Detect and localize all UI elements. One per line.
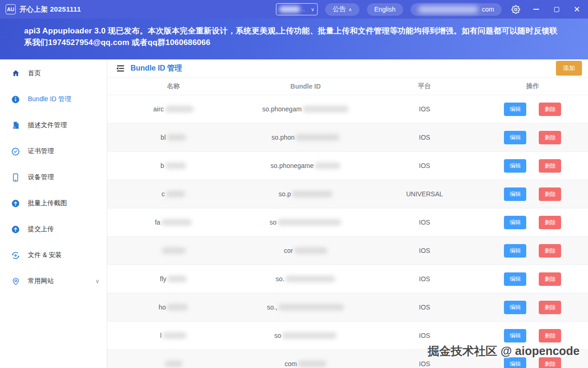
delete-button[interactable]: 删除 — [539, 244, 561, 258]
edit-button[interactable]: 编辑 — [504, 301, 526, 314]
edit-button[interactable]: 编辑 — [504, 244, 526, 258]
row-name-prefix: bl — [161, 134, 166, 141]
cell-actions: 编辑 删除 — [477, 244, 588, 258]
settings-button[interactable] — [509, 3, 522, 16]
account-select[interactable]: .. ∨ — [276, 3, 318, 15]
column-header-bundle-id: Bundle ID — [240, 83, 372, 90]
row-platform: IOS — [419, 275, 430, 283]
sidebar-item-home[interactable]: 首页 — [0, 60, 107, 86]
row-platform: IOS — [419, 134, 430, 141]
minimize-icon — [533, 9, 539, 10]
window-maximize-button[interactable] — [550, 3, 563, 16]
menu-fold-icon[interactable] — [116, 65, 125, 72]
row-platform: IOS — [419, 360, 430, 368]
sidebar-item-certificates[interactable]: 证书管理 — [0, 138, 107, 164]
row-name-redacted — [167, 276, 187, 282]
sidebar-item-profiles[interactable]: 描述文件管理 — [0, 112, 107, 138]
sidebar-item-submit-upload[interactable]: 提交上传 — [0, 216, 107, 242]
announcement-banner: api3 Appuploader 3.0 现已发布。本次版本完全重新设计，系统更… — [0, 19, 588, 59]
edit-button[interactable]: 编辑 — [504, 329, 526, 342]
select-hint: .. — [302, 7, 305, 12]
edit-button[interactable]: 编辑 — [504, 187, 526, 201]
announcement-label: 公告 — [333, 5, 346, 13]
certificate-icon — [11, 147, 20, 156]
cell-bundle-id: so. — [240, 275, 372, 283]
edit-button[interactable]: 编辑 — [504, 357, 526, 368]
row-bundle-prefix: so.phon — [272, 134, 295, 141]
sidebar-item-devices[interactable]: 设备管理 — [0, 164, 107, 190]
edit-button[interactable]: 编辑 — [504, 272, 526, 286]
delete-button[interactable]: 删除 — [539, 357, 561, 368]
cell-name: ho — [107, 303, 240, 311]
announcement-text: api3 Appuploader 3.0 现已发布。本次版本完全重新设计，系统更… — [24, 26, 557, 47]
edit-button[interactable]: 编辑 — [504, 216, 526, 229]
redacted-select-value — [279, 6, 301, 13]
sidebar-item-label: 设备管理 — [28, 173, 54, 181]
delete-button[interactable]: 删除 — [539, 216, 561, 229]
sidebar-item-bundle-id[interactable]: Bundle ID 管理 — [0, 86, 107, 112]
email-suffix: com — [482, 6, 494, 13]
table-row: fa so IOS 编辑 删除 — [107, 208, 588, 237]
delete-button[interactable]: 删除 — [539, 103, 561, 116]
add-button[interactable]: 添加 — [556, 61, 582, 76]
cell-bundle-id: com — [240, 360, 372, 368]
row-name-prefix: fa — [155, 219, 160, 226]
home-icon — [11, 69, 20, 78]
edit-button[interactable]: 编辑 — [504, 131, 526, 144]
row-bundle-redacted — [292, 191, 333, 197]
cell-name — [107, 361, 240, 367]
sidebar-item-label: 提交上传 — [28, 225, 54, 233]
sidebar: 首页 Bundle ID 管理 描述文件管理 证书管理 设备管理 — [0, 59, 107, 368]
cell-bundle-id: so — [240, 332, 372, 339]
cell-actions: 编辑 删除 — [477, 103, 588, 116]
chevron-down-icon[interactable]: ∨ — [95, 278, 99, 284]
cell-actions: 编辑 删除 — [477, 159, 588, 173]
row-platform: IOS — [419, 332, 430, 339]
row-name-prefix: b — [160, 162, 164, 169]
row-bundle-redacted — [285, 276, 335, 282]
delete-button[interactable]: 删除 — [539, 159, 561, 173]
edit-button[interactable]: 编辑 — [504, 103, 526, 116]
table-row: com IOS 编辑 删除 — [107, 350, 588, 368]
cell-name: bl — [107, 134, 240, 141]
table-header: 名称 Bundle ID 平台 操作 — [107, 77, 588, 95]
row-bundle-prefix: so — [274, 332, 281, 339]
window-minimize-button[interactable] — [529, 3, 542, 16]
titlebar: AU 开心上架 20251111 .. ∨ 公告 ∧ English com — [0, 0, 588, 19]
sidebar-item-files-install[interactable]: 文件 & 安装 — [0, 242, 107, 268]
delete-button[interactable]: 删除 — [539, 131, 561, 144]
delete-button[interactable]: 删除 — [539, 329, 561, 342]
row-name-redacted — [165, 162, 186, 169]
sidebar-item-label: Bundle ID 管理 — [28, 95, 71, 103]
language-button[interactable]: English — [367, 3, 403, 16]
window-close-button[interactable]: ✕ — [570, 3, 583, 16]
row-bundle-prefix: so — [270, 219, 277, 226]
account-email-pill[interactable]: com — [411, 3, 502, 16]
row-name-redacted — [163, 332, 187, 339]
table-body: airc so.phonegam IOS 编辑 删除 bl so.phon IO… — [107, 95, 588, 368]
upload-circle-icon — [11, 199, 20, 208]
delete-button[interactable]: 删除 — [539, 272, 561, 286]
row-name-redacted — [166, 191, 185, 197]
sidebar-item-common-websites[interactable]: 常用网站 ∨ — [0, 268, 107, 294]
cell-platform: IOS — [372, 360, 477, 368]
edit-button[interactable]: 编辑 — [504, 159, 526, 173]
device-icon — [11, 173, 20, 182]
row-bundle-prefix: so.phonegam — [262, 105, 302, 113]
cell-platform: IOS — [372, 134, 477, 141]
cell-actions: 编辑 删除 — [477, 301, 588, 314]
cell-name: fly — [107, 275, 240, 283]
sidebar-item-batch-screenshots[interactable]: 批量上传截图 — [0, 190, 107, 216]
maximize-icon — [554, 7, 559, 12]
delete-button[interactable]: 删除 — [539, 301, 561, 314]
cell-actions: 编辑 删除 — [477, 329, 588, 342]
info-circle-icon — [11, 95, 20, 104]
table-row: bl so.phon IOS 编辑 删除 — [107, 123, 588, 152]
close-icon: ✕ — [574, 6, 580, 13]
cell-bundle-id: so.p — [240, 190, 372, 198]
row-platform: IOS — [419, 105, 430, 113]
delete-button[interactable]: 删除 — [539, 187, 561, 201]
column-header-actions: 操作 — [477, 82, 588, 90]
row-bundle-prefix: so., — [267, 303, 278, 311]
announcement-button[interactable]: 公告 ∧ — [325, 3, 359, 16]
